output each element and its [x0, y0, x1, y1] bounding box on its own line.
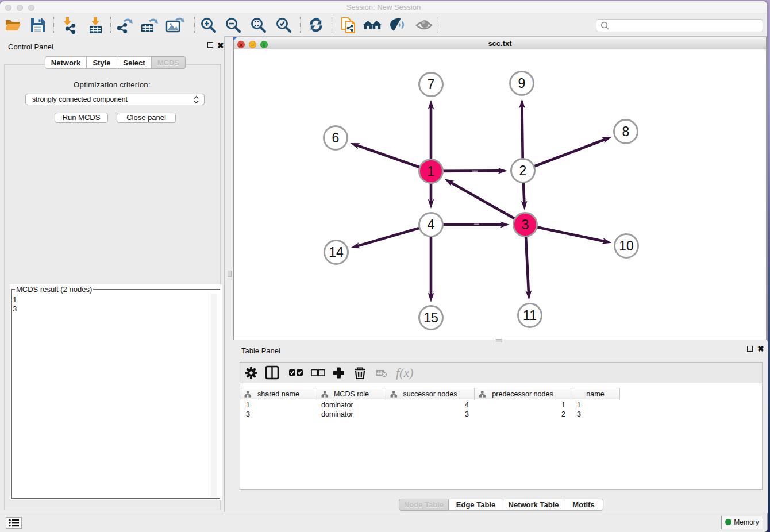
svg-text:14: 14: [329, 245, 344, 260]
svg-text:1: 1: [428, 164, 435, 179]
svg-text:3: 3: [522, 217, 529, 232]
svg-text:2: 2: [519, 163, 527, 178]
svg-text:6: 6: [332, 130, 340, 145]
svg-text:10: 10: [619, 238, 634, 253]
svg-text:11: 11: [523, 308, 537, 323]
svg-text:7: 7: [428, 77, 435, 92]
svg-text:8: 8: [622, 124, 630, 139]
svg-text:f(x): f(x): [396, 365, 414, 380]
svg-text:4: 4: [428, 217, 435, 232]
svg-text:9: 9: [518, 76, 526, 91]
svg-text:15: 15: [424, 310, 438, 325]
